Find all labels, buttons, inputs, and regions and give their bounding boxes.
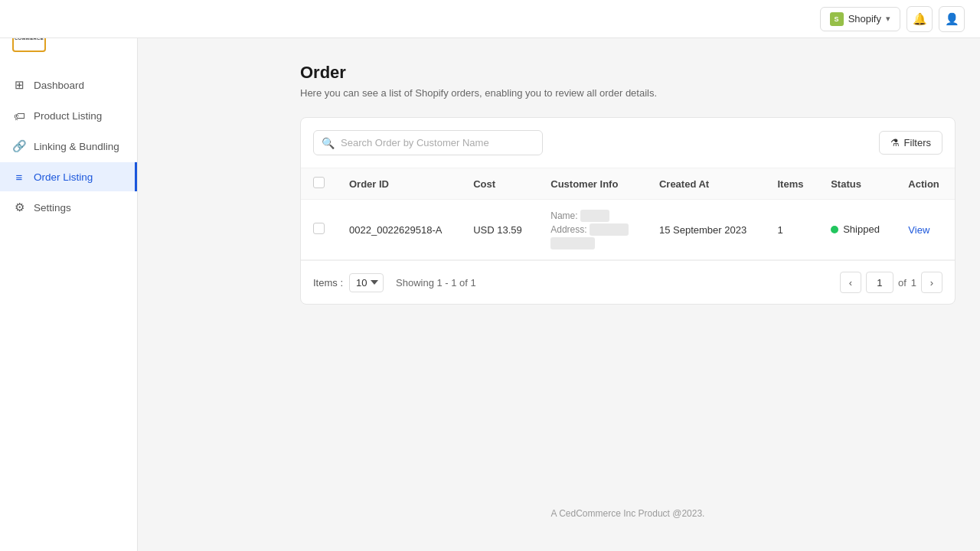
sidebar-item-label: Order Listing	[34, 171, 93, 183]
order-id-cell: 0022_0022629518-A	[337, 200, 461, 260]
page-navigation: ‹ of 1 ›	[840, 272, 942, 293]
page-number-input[interactable]	[866, 272, 893, 293]
col-header-items: Items	[765, 168, 818, 200]
select-all-checkbox[interactable]	[313, 177, 325, 188]
total-pages: 1	[911, 277, 916, 289]
next-page-button[interactable]: ›	[921, 272, 942, 293]
tag-icon: 🏷	[12, 109, 26, 122]
grid-icon: ⊞	[12, 78, 26, 92]
col-header-action: Action	[896, 168, 955, 200]
sidebar-item-label: Product Listing	[34, 110, 102, 122]
filters-button[interactable]: ⚗ Filters	[879, 131, 942, 155]
col-header-customer-info: Customer Info	[538, 168, 647, 200]
filter-icon: ⚗	[890, 137, 900, 148]
sidebar-navigation: ⊞ Dashboard 🏷 Product Listing 🔗 Linking …	[0, 70, 137, 222]
app-header: S Shopify ▾ 🔔 👤	[0, 0, 980, 38]
col-header-created-at: Created At	[647, 168, 766, 200]
page-of-label: of	[898, 277, 906, 289]
sidebar: CED COMMERCE ⊞ Dashboard 🏷 Product Listi…	[0, 0, 138, 551]
search-input[interactable]	[341, 131, 534, 155]
user-icon: 👤	[945, 12, 959, 26]
shopify-bag-icon: S	[830, 12, 844, 26]
sidebar-item-dashboard[interactable]: ⊞ Dashboard	[0, 70, 137, 99]
status-dot	[831, 226, 838, 233]
page-subtitle: Here you can see a list of Shopify order…	[300, 87, 956, 99]
showing-text: Showing 1 - 1 of 1	[396, 277, 476, 289]
footer-text: A CedCommerce Inc Product @2023.	[551, 508, 705, 519]
link-icon: 🔗	[12, 139, 26, 153]
main-content: Order Here you can see a list of Shopify…	[276, 38, 980, 551]
sidebar-item-settings[interactable]: ⚙ Settings	[0, 193, 137, 222]
col-header-status: Status	[818, 168, 896, 200]
table-toolbar: 🔍 ⚗ Filters	[301, 118, 955, 168]
settings-icon: ⚙	[12, 201, 26, 214]
notification-button[interactable]: 🔔	[906, 6, 933, 32]
status-cell: Shipped	[818, 200, 896, 260]
sidebar-item-product-listing[interactable]: 🏷 Product Listing	[0, 101, 137, 130]
orders-table: Order ID Cost Customer Info Created At I…	[301, 168, 955, 260]
list-icon: ≡	[12, 170, 26, 184]
status-badge: Shipped	[831, 223, 880, 235]
customer-address2-blurred	[550, 237, 595, 249]
search-wrap: 🔍	[313, 130, 543, 155]
items-per-page-select[interactable]: 10 25 50	[349, 273, 384, 292]
row-checkbox-cell	[301, 200, 337, 260]
sidebar-item-label: Settings	[34, 202, 71, 214]
col-header-order-id: Order ID	[337, 168, 461, 200]
select-all-header	[301, 168, 337, 200]
filter-label: Filters	[904, 137, 931, 148]
customer-address-blurred	[590, 223, 629, 236]
status-label: Shipped	[843, 223, 880, 235]
created-at-cell: 15 September 2023	[647, 200, 766, 260]
footer: A CedCommerce Inc Product @2023.	[300, 493, 956, 527]
view-action-link[interactable]: View	[908, 224, 929, 236]
sidebar-item-label: Linking & Bundling	[34, 141, 119, 152]
chevron-down-icon: ▾	[886, 14, 890, 24]
search-icon: 🔍	[322, 137, 335, 149]
sidebar-item-label: Dashboard	[34, 80, 84, 91]
pagination-bar: Items : 10 25 50 Showing 1 - 1 of 1 ‹ of…	[301, 260, 955, 304]
orders-table-container: 🔍 ⚗ Filters Order ID Cost Customer Info …	[300, 117, 956, 305]
row-checkbox[interactable]	[313, 223, 325, 234]
items-per-page-control: Items : 10 25 50	[313, 273, 384, 292]
shopify-button[interactable]: S Shopify ▾	[820, 7, 900, 31]
customer-info-cell: Name: Address:	[538, 200, 647, 260]
customer-name-blurred	[580, 210, 609, 222]
shopify-label: Shopify	[848, 13, 881, 24]
col-header-cost: Cost	[461, 168, 538, 200]
items-cell: 1	[765, 200, 818, 260]
page-title: Order	[300, 63, 956, 83]
items-label: Items :	[313, 277, 343, 289]
sidebar-item-order-listing[interactable]: ≡ Order Listing	[0, 162, 137, 191]
sidebar-item-linking-bundling[interactable]: 🔗 Linking & Bundling	[0, 132, 137, 161]
table-row: 0022_0022629518-A USD 13.59 Name: Addres…	[301, 200, 955, 260]
user-profile-button[interactable]: 👤	[939, 6, 965, 32]
action-cell: View	[896, 200, 955, 260]
prev-page-button[interactable]: ‹	[840, 272, 861, 293]
bell-icon: 🔔	[913, 12, 927, 26]
cost-cell: USD 13.59	[461, 200, 538, 260]
